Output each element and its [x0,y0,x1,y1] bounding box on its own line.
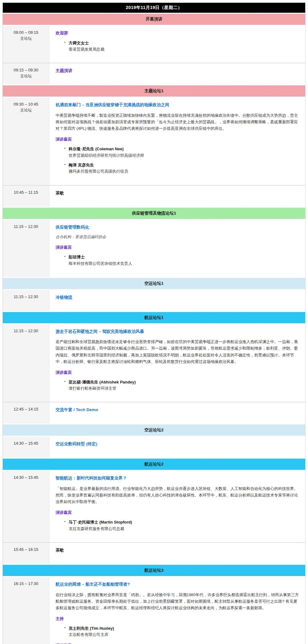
session-title[interactable]: 空运业数码转型 (待定) [56,441,299,447]
time-cell: 09:30 – 10:45主论坛 [3,98,49,185]
speaker-item: 梅津 克彦先生雅玛多控股有限公司高级执行役员 [64,162,299,175]
session-title[interactable]: 主题演讲 [56,68,299,74]
time-cell: 16:15 – 17:30 [3,577,49,644]
session-title: 茶歇 [56,190,299,196]
speaker-group-heading: 演讲嘉宾 [56,510,299,515]
speaker-group-heading: 演讲嘉宾 [56,643,299,644]
speaker-list: 克士利先生 (Tim Huxley)文达船务有限公司主席 [56,625,299,638]
session-time: 10:45 – 11:15 [4,190,48,195]
section-banner-label: 航运论坛1 [144,315,164,320]
section-banner: 航运论坛1 [3,312,305,323]
time-cell: 11:15 – 12:30 [3,324,49,402]
time-cell: 09:15 – 09:30主论坛 [3,63,49,84]
section-banner-label: 开幕演讲 [146,17,162,21]
speaker-list: 彭喆博士顺丰科技有限公司区块链技术负责人 [56,254,299,266]
session-time: 11:15 – 12:30 [4,329,48,333]
session-row: 15:45 – 16:15茶歇 [3,542,305,564]
speaker-affiliation: 世界贸易组织经济研究与统计部高级经济师 [69,152,299,158]
session-row: 09:15 – 09:30主论坛主题演讲 [3,63,305,84]
session-row: 14:30 – 15:45智能航运：新时代科技如何颠复业界？「智能航运」是业界最… [3,471,305,542]
speaker-item: 方舜文女士香港贸易发展局总裁 [64,40,299,52]
session-time: 11:15 – 12:30 [4,224,48,229]
session-content: 交流午宴 / Tech Demo [49,402,305,424]
speaker-name: 亚比硕·潘德先生 (Abhishek Pandey) [69,379,299,385]
speaker-list: 亚比硕·潘德先生 (Abhishek Pandey)渣打银行船务融资环球主管 [56,379,299,392]
session-time: 11:15 – 12:30 [4,294,48,299]
section-banner-label: 空运论坛1 [144,281,164,286]
speaker-group-heading: 演讲嘉宾 [56,245,299,250]
section-banner: 航运论坛2 [3,459,305,470]
section-banner: 空运论坛2 [3,424,305,436]
session-description: 「智能航运」是业界最新的流行用语。行业智能化乃大趋所势，航运业亦逐步进入区块链、… [56,485,299,505]
time-cell: 15:45 – 16:15 [3,543,49,564]
speaker-name: 彭喆博士 [69,254,299,260]
programme-page: 2019年11月19日（星期二） 开幕演讲09:00 – 09:15主论坛欢迎辞… [2,2,306,644]
speaker-affiliation: 渣打银行船务融资环球主管 [69,385,299,391]
session-row: 09:30 – 10:45主论坛机遇前来敲门 – 当亚洲供应链穿梭于充满挑战的地… [3,98,305,185]
session-content: 机遇前来敲门 – 当亚洲供应链穿梭于充满挑战的地缘政治之间中美贸易争端持续不断，… [49,98,305,185]
time-cell: 11:15 – 12:30 [3,220,49,277]
session-title: 茶歇 [56,547,299,553]
date-header: 2019年11月19日（星期二） [3,3,305,13]
session-time: 14:30 – 15:45 [4,475,48,480]
section-banner: 供应链管理及物流论坛1 [3,208,305,219]
speaker-affiliation: 克拉克森研究服务有限公司总裁 [69,526,299,532]
session-row: 16:15 – 17:30航运业的两难 – 船主还不如船舶管理者?在行业暗淡之际… [3,577,305,644]
session-content: 空运业数码转型 (待定) [49,437,305,458]
session-description: 中美贸易争端持续不断，製造业投资正陆续加快移向东盟，将物流业留在持续充满纷扰的地… [56,112,299,132]
speaker-group-heading: 演讲嘉宾 [56,137,299,142]
session-row: 10:45 – 11:15茶歇 [3,185,305,207]
session-title[interactable]: 供应链管理数码化 [56,224,299,230]
section-banner-label: 主题论坛1 [144,88,164,93]
speaker-affiliation: 文达船务有限公司主席 [69,632,299,637]
session-content: 欢迎辞方舜文女士香港贸易发展局总裁 [49,26,305,63]
section-banner-label: 空运论坛2 [144,428,164,432]
section-banner-label: 航运论坛3 [144,568,164,573]
section-banner: 主题论坛1 [3,85,305,97]
section-banner: 航运论坛3 [3,565,305,576]
session-content: 主题演讲 [49,63,305,84]
session-title[interactable]: 冷链物流 [56,294,299,301]
session-description: 在行业暗淡之际，拥有船隻对业界而言是「鸡肋」。若从经验中学习，回溯1980年代，… [56,592,299,611]
speaker-affiliation: 香港贸易发展局总裁 [69,46,299,52]
schedule-body: 开幕演讲09:00 – 09:15主论坛欢迎辞方舜文女士香港贸易发展局总裁09:… [3,14,305,644]
time-cell: 12:45 – 14:15 [3,402,49,424]
session-venue: 主论坛 [4,108,48,113]
speaker-name: 科尔曼·尼先生 (Coleman Nee) [69,146,299,152]
session-title[interactable]: 交流午宴 / Tech Demo [56,407,299,413]
session-time: 09:30 – 10:45 [4,102,48,107]
session-title[interactable]: 欢迎辞 [56,30,299,36]
session-title[interactable]: 机遇前来敲门 – 当亚洲供应链穿梭于充满挑战的地缘政治之间 [56,102,299,108]
session-row: 11:15 – 12:30游走于岩石和硬地之间 – 驾驭完美地缘政治风暴若产能过… [3,324,305,402]
session-time: 16:15 – 17:30 [4,581,48,586]
time-cell: 11:15 – 12:30 [3,290,49,311]
speaker-list: 方舜文女士香港贸易发展局总裁 [56,40,299,52]
session-content: 冷链物流 [49,290,305,311]
session-time: 14:30 – 15:45 [4,441,48,446]
section-banner-label: 供应链管理及物流论坛1 [132,211,176,215]
session-content: 航运业的两难 – 船主还不如船舶管理者?在行业暗淡之际，拥有船隻对业界而言是「鸡… [49,577,305,644]
speaker-name: 马丁·史托福博士 (Martin Stopford) [69,519,299,525]
time-cell: 14:30 – 15:45 [3,471,49,542]
section-banner: 空运论坛1 [3,278,305,289]
session-content: 游走于岩石和硬地之间 – 驾驭完美地缘政治风暴若产能过剩和全球贸易急剧放缓还未足… [49,324,305,402]
section-banner-label: 航运论坛2 [144,462,164,466]
time-cell: 14:30 – 15:45 [3,437,49,458]
speaker-item: 马丁·史托福博士 (Martin Stopford)克拉克森研究服务有限公司总裁 [64,519,299,532]
session-venue: 主论坛 [4,74,48,79]
speaker-item: 科尔曼·尼先生 (Coleman Nee)世界贸易组织经济研究与统计部高级经济师 [64,146,299,158]
session-venue: 主论坛 [4,36,48,41]
schedule-table: 2019年11月19日（星期二） 开幕演讲09:00 – 09:15主论坛欢迎辞… [2,2,306,644]
session-title[interactable]: 航运业的两难 – 船主还不如船舶管理者? [56,581,299,587]
session-content: 茶歇 [49,543,305,564]
speaker-group-heading: 主持 [56,616,299,622]
session-description: 若产能过剩和全球贸易急剧放缓还未足够令行业形势变得严峻，如箭在弦的中美贸易争端正… [56,338,299,365]
session-title[interactable]: 游走于岩石和硬地之间 – 驾驭完美地缘政治风暴 [56,329,299,335]
session-row: 14:30 – 15:45空运业数码转型 (待定) [3,437,305,458]
session-content: 供应链管理数码化合办机构：香港货品编码协会演讲嘉宾彭喆博士顺丰科技有限公司区块链… [49,220,305,277]
session-title[interactable]: 智能航运：新时代科技如何颠复业界？ [56,475,299,481]
session-time: 12:45 – 14:15 [4,407,48,411]
section-banner: 开幕演讲 [3,14,305,25]
session-time: 09:00 – 09:15 [4,30,48,35]
co-organizer-note: 合办机构：香港货品编码协会 [56,234,299,240]
